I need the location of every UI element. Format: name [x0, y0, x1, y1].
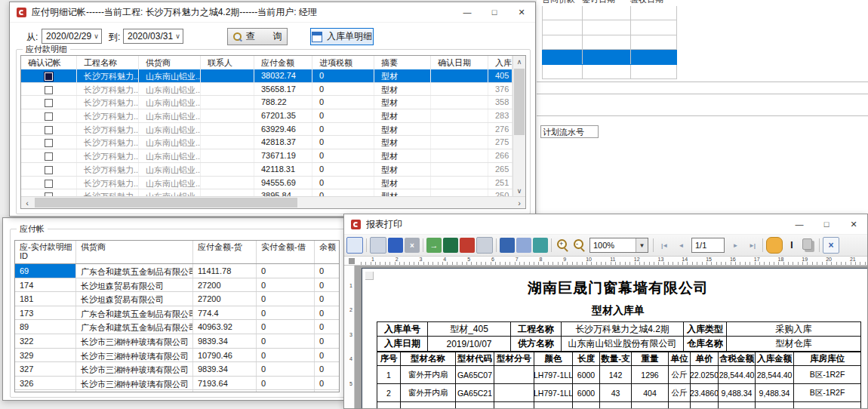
- checkbox[interactable]: [45, 112, 53, 121]
- table-row[interactable]: 长沙万科魅力... 山东南山铝业... 42118.31 0 型材 265: [21, 163, 512, 177]
- table-row[interactable]: 69 广东合和建筑五金制品有限公司 11411.78 0 0: [15, 264, 339, 278]
- checkbox[interactable]: [45, 180, 53, 188]
- icon-glyph: ◄: [679, 242, 684, 249]
- checkbox[interactable]: [45, 72, 53, 81]
- scroll-up-icon[interactable]: ∧: [513, 56, 525, 67]
- checkbox[interactable]: [45, 166, 53, 174]
- close-preview-icon[interactable]: ×: [823, 237, 839, 254]
- last-page-icon[interactable]: ►|: [744, 238, 759, 253]
- col-sign-date[interactable]: 签订日期: [582, 0, 630, 6]
- copy-icon[interactable]: [802, 238, 812, 250]
- table-row[interactable]: [542, 50, 677, 64]
- table-row[interactable]: [542, 35, 677, 50]
- export-excel-icon[interactable]: [443, 238, 458, 253]
- col-tax[interactable]: 进项税额: [312, 56, 374, 69]
- next-page-icon[interactable]: ►: [728, 238, 743, 253]
- first-page-icon[interactable]: |◄: [657, 238, 672, 253]
- book-icon[interactable]: [388, 238, 403, 253]
- checkbox[interactable]: [45, 139, 53, 147]
- table-row[interactable]: [542, 65, 677, 79]
- col-detail-id[interactable]: 应-实付款明细ID: [15, 241, 76, 263]
- export-image-icon[interactable]: →: [426, 238, 442, 253]
- checkbox[interactable]: [45, 99, 53, 107]
- table-row[interactable]: 326 长沙市三湘特种玻璃有限公司 7193.64 0 0: [15, 377, 339, 391]
- table-row[interactable]: 长沙万科魅力... 山东南山铝业... 73671.19 0 型材 266: [21, 149, 512, 163]
- col-accept-date[interactable]: 验收日期: [630, 0, 677, 6]
- preview-icon[interactable]: [346, 237, 363, 254]
- col-inbound[interactable]: 入库: [488, 56, 512, 69]
- table-row[interactable]: 327 长沙市三湘特种玻璃有限公司 9839.34 0 0: [15, 362, 339, 377]
- table-row[interactable]: 长沙万科魅力... 山东南山铝业... 788.22 0 型材 358: [21, 96, 512, 109]
- export-pdf-icon[interactable]: [460, 238, 475, 253]
- table-row[interactable]: 89 广东合和建筑五金制品有限公司 40963.92 0 0: [15, 320, 339, 334]
- table-row[interactable]: 长沙万科魅力... 山东南山铝业... 63929.46 0 型材 276: [21, 123, 512, 137]
- table-row[interactable]: 长沙万科魅力... 山东南山铝业... 94555.69 0 型材 251: [21, 177, 512, 190]
- maximize-button[interactable]: □: [813, 215, 840, 234]
- table-row[interactable]: 长沙万科魅力... 山东南山铝业... 35658.17 0 型材 376: [21, 83, 512, 97]
- scroll-down-icon[interactable]: ∨: [513, 185, 525, 196]
- text-select-icon[interactable]: I: [784, 238, 799, 253]
- close-button[interactable]: ✕: [840, 215, 867, 234]
- cell-supplier: 山东南山铝业...: [139, 96, 201, 109]
- cell-confirm-date: [431, 149, 488, 162]
- col-supplier[interactable]: 供货商: [76, 241, 193, 263]
- save-icon[interactable]: [500, 238, 515, 253]
- app-icon: [351, 220, 361, 229]
- export-doc-icon[interactable]: [516, 238, 531, 253]
- print-icon[interactable]: [370, 237, 386, 254]
- table-row[interactable]: 长沙万科魅力... 山东南山铝业... 3895.84 0 型材 250: [21, 189, 512, 196]
- report-preview-area[interactable]: 12345 湖南巨晟门窗幕墙有限公司 型材入库单 入库单号 型材_405 工程名…: [344, 266, 867, 408]
- plan-serial-field[interactable]: 计划流水号: [540, 125, 599, 138]
- table-row[interactable]: 长沙市三湘特种玻璃有限公司: [15, 390, 339, 392]
- to-date-combo[interactable]: 2020/03/31 ∨: [123, 29, 183, 44]
- col-contract-price[interactable]: 合同价款: [542, 0, 582, 6]
- col-summary[interactable]: 摘要: [374, 56, 431, 69]
- scrollbar-thumb[interactable]: [35, 198, 297, 208]
- table-row[interactable]: 329 长沙市三湘特种玻璃有限公司 10790.46 0 0: [15, 349, 339, 363]
- horizontal-scrollbar[interactable]: ‹ ›: [21, 196, 525, 208]
- col-payable-amount[interactable]: 应付金额-货: [193, 241, 257, 263]
- col-confirm[interactable]: 确认记帐: [21, 56, 77, 69]
- page-number-input[interactable]: 1/1: [691, 238, 725, 253]
- scroll-right-icon[interactable]: ›: [513, 197, 525, 208]
- col-balance[interactable]: 余额: [315, 241, 340, 263]
- table-row[interactable]: 322 长沙市三湘特种玻璃有限公司 9839.34 0 0: [15, 334, 339, 349]
- col-project[interactable]: 工程名称: [77, 56, 139, 69]
- zoom-out-icon[interactable]: -: [571, 238, 586, 253]
- table-row[interactable]: [542, 20, 677, 35]
- inbound-detail-button-label: 入库单明细: [327, 30, 372, 43]
- col-confirm-date[interactable]: 确认日期: [431, 56, 488, 69]
- col-contact[interactable]: 联系人: [201, 56, 254, 69]
- chevron-down-icon[interactable]: ▼: [636, 238, 648, 252]
- table-row[interactable]: 181 长沙坦森贸易有限公司 27200 0 0: [15, 292, 339, 306]
- col-amount[interactable]: 应付金额: [254, 56, 312, 69]
- checkbox[interactable]: [45, 86, 53, 94]
- prev-page-icon[interactable]: ◄: [673, 238, 688, 253]
- minimize-button[interactable]: —: [786, 215, 813, 234]
- maximize-button[interactable]: □: [481, 3, 508, 22]
- table-row[interactable]: 173 广东合和建筑五金制品有限公司 774.4 0 0: [15, 306, 339, 321]
- table-row[interactable]: 长沙万科魅力... 山东南山铝业... 38032.74 0 型材 405: [21, 69, 512, 83]
- close-button[interactable]: ✕: [508, 3, 535, 22]
- table-row[interactable]: 174 长沙坦森贸易有限公司 27200 0 0: [15, 278, 339, 293]
- vertical-scrollbar[interactable]: ∧ ∨: [512, 56, 525, 196]
- export-mail-icon[interactable]: [476, 237, 493, 254]
- col-paid-amount[interactable]: 实付金额-借: [257, 241, 315, 263]
- query-button[interactable]: 查 询: [227, 28, 288, 45]
- minimize-button[interactable]: —: [454, 3, 481, 22]
- from-date-combo[interactable]: 2020/02/29 ∨: [42, 29, 102, 44]
- col-supplier[interactable]: 供货商: [139, 56, 201, 69]
- checkbox[interactable]: [45, 126, 53, 134]
- hand-tool-icon[interactable]: [766, 237, 783, 254]
- inbound-detail-button[interactable]: 入库单明细: [310, 28, 374, 45]
- scroll-left-icon[interactable]: ‹: [21, 197, 33, 208]
- scrollbar-thumb[interactable]: [514, 69, 525, 135]
- settings-icon[interactable]: ×: [405, 238, 420, 253]
- table-row[interactable]: 长沙万科魅力... 山东南山铝业... 67201.35 0 型材 283: [21, 109, 512, 123]
- table-row[interactable]: [542, 6, 677, 20]
- table-row[interactable]: 长沙万科魅力... 山东南山铝业... 42818.37 0 型材 275: [21, 136, 512, 149]
- checkbox[interactable]: [45, 152, 53, 161]
- export-grid-icon[interactable]: [533, 238, 548, 253]
- zoom-in-icon[interactable]: +: [555, 238, 570, 253]
- zoom-level-combo[interactable]: 100% ▼: [589, 238, 648, 253]
